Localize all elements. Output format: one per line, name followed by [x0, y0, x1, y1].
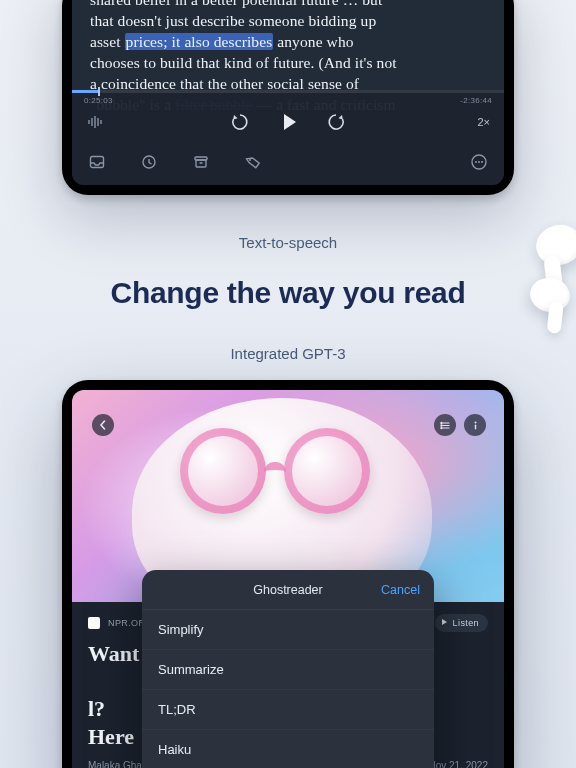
later-icon[interactable]: [140, 153, 158, 171]
player-bottom-row: [72, 139, 504, 179]
toc-button[interactable]: [434, 414, 456, 436]
audio-player: 0:25:03 -2:36:44 2×: [72, 89, 504, 185]
back-button[interactable]: [92, 414, 114, 436]
tablet-top-screen: shared belief in a better potential futu…: [72, 0, 504, 185]
svg-point-14: [481, 161, 483, 163]
info-button[interactable]: [464, 414, 486, 436]
play-button[interactable]: [277, 111, 299, 133]
sheet-title: Ghostreader: [253, 583, 322, 597]
caption-gpt: Integrated GPT-3: [0, 345, 576, 362]
forward-button[interactable]: [325, 111, 347, 133]
tablet-top-frame: shared belief in a better potential futu…: [62, 0, 514, 195]
author-name: Malaka Ghari: [88, 760, 147, 768]
article-text-frag: asset: [90, 33, 125, 50]
title-frag: Want: [88, 641, 139, 666]
sheet-header: Ghostreader Cancel: [142, 570, 434, 610]
ghostreader-sheet: Ghostreader Cancel Simplify Summarize TL…: [142, 570, 434, 768]
svg-point-21: [474, 421, 476, 423]
sheet-item-haiku[interactable]: Haiku: [142, 730, 434, 768]
sheet-cancel-button[interactable]: Cancel: [381, 583, 420, 597]
progress-fill: [72, 90, 98, 93]
playback-speed[interactable]: 2×: [477, 116, 490, 128]
article-line: chooses to build that kind of future. (A…: [90, 53, 486, 74]
elapsed-time: 0:25:03: [84, 96, 113, 105]
svg-point-18: [440, 422, 441, 423]
svg-point-10: [249, 159, 251, 161]
sheet-item-summarize[interactable]: Summarize: [142, 650, 434, 690]
article-line: that doesn't just describe someone biddi…: [90, 11, 486, 32]
listen-button[interactable]: Listen: [435, 614, 488, 632]
player-controls: 2×: [72, 105, 504, 139]
tablet-bottom-frame: NPR.ORG Listen Want XXXXXXXXXXXXXXXXXXXX…: [62, 380, 514, 768]
more-icon[interactable]: [470, 153, 488, 171]
title-frag: l?: [88, 696, 105, 721]
source-badge-icon: [88, 617, 100, 629]
waveform-icon[interactable]: [88, 116, 104, 128]
svg-point-12: [475, 161, 477, 163]
tag-icon[interactable]: [244, 153, 262, 171]
svg-point-13: [478, 161, 480, 163]
sheet-item-tldr[interactable]: TL;DR: [142, 690, 434, 730]
svg-point-20: [440, 427, 441, 428]
airpod-graphic: [532, 220, 576, 271]
marketing-headline: Change the way you read: [0, 276, 576, 310]
article-text-frag: anyone who: [273, 33, 353, 50]
caption-tts: Text-to-speech: [0, 234, 576, 251]
highlighted-text: prices; it also describes: [125, 33, 274, 50]
time-row: 0:25:03 -2:36:44: [72, 93, 504, 105]
progress-bar[interactable]: [72, 90, 504, 93]
archive-icon[interactable]: [192, 153, 210, 171]
remaining-time: -2:36:44: [460, 96, 492, 105]
article-line: asset prices; it also describes anyone w…: [90, 32, 486, 53]
rewind-button[interactable]: [229, 111, 251, 133]
publish-date: Nov 21, 2022: [429, 760, 489, 768]
svg-rect-22: [474, 424, 475, 429]
progress-handle[interactable]: [98, 87, 100, 96]
article-line: shared belief in a better potential futu…: [90, 0, 486, 11]
title-frag: Here: [88, 724, 134, 749]
svg-rect-5: [91, 157, 104, 168]
inbox-icon[interactable]: [88, 153, 106, 171]
hero-actions: [434, 414, 486, 436]
sheet-item-simplify[interactable]: Simplify: [142, 610, 434, 650]
svg-point-19: [440, 424, 441, 425]
tablet-bottom-screen: NPR.ORG Listen Want XXXXXXXXXXXXXXXXXXXX…: [72, 390, 504, 768]
